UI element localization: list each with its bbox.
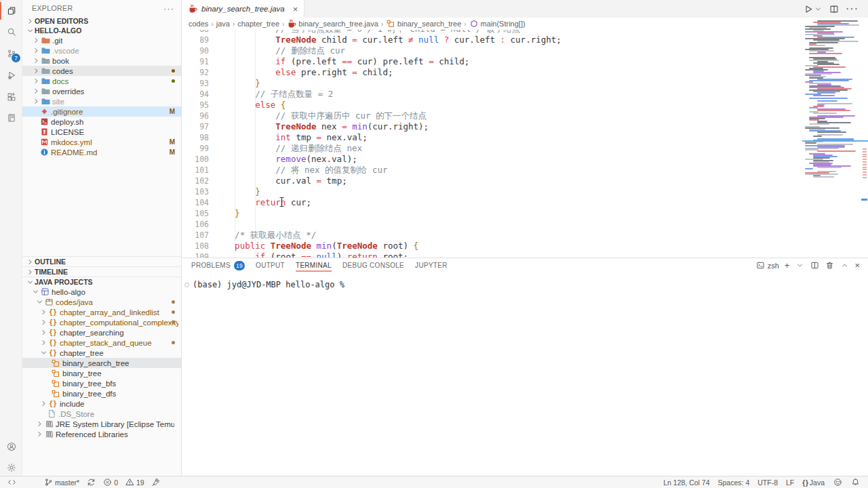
tree-item-codes[interactable]: codes xyxy=(22,66,181,76)
minimap-line xyxy=(809,53,842,54)
tab-binary-search-tree[interactable]: binary_search_tree.java × xyxy=(182,0,304,18)
activity-account-button[interactable] xyxy=(0,436,22,457)
terminal-dropdown-button[interactable] xyxy=(795,261,804,270)
tree-item-book[interactable]: book xyxy=(22,56,181,66)
class-icon xyxy=(386,19,395,28)
java-tree-item-chapter-array-and-linkedlist[interactable]: {}chapter_array_and_linkedlist xyxy=(22,307,181,317)
status-eol[interactable]: LF xyxy=(786,479,794,487)
java-tree-item-hello-algo[interactable]: hello-algo xyxy=(22,287,181,297)
activity-explorer-button[interactable] xyxy=(0,1,22,21)
new-terminal-button[interactable]: + xyxy=(785,260,790,270)
status-sync[interactable] xyxy=(86,478,96,487)
terminal-command-decoration-icon[interactable] xyxy=(184,283,189,287)
java-tree-item-codes-java[interactable]: codes/java xyxy=(22,297,181,307)
sidebar-more-actions-button[interactable]: ··· xyxy=(163,3,174,14)
activity-extensions-button[interactable] xyxy=(0,87,22,107)
shell-selector[interactable]: zsh xyxy=(756,261,779,270)
tab-close-icon[interactable]: × xyxy=(293,4,298,14)
breadcrumb-item-binary-search-tree[interactable]: binary_search_tree xyxy=(386,19,461,28)
minimap-line xyxy=(809,123,829,125)
java-tree-item-binary-tree[interactable]: binary_tree xyxy=(22,368,181,378)
class-icon xyxy=(51,359,60,368)
panel-tab-problems[interactable]: PROBLEMS19 xyxy=(191,258,245,272)
section-outline[interactable]: OUTLINE xyxy=(22,256,181,266)
panel-tab-jupyter[interactable]: JUPYTER xyxy=(415,258,448,272)
activity-source-control-button[interactable]: 7 xyxy=(0,43,22,64)
close-panel-button[interactable]: × xyxy=(854,260,860,270)
java-tree-item-include[interactable]: {}include xyxy=(22,399,181,409)
java-tree-item-chapter-searching[interactable]: {}chapter_searching xyxy=(22,327,181,338)
status-warnings[interactable]: 19 xyxy=(125,478,144,487)
ruler-warning-mark xyxy=(863,177,867,178)
maximize-panel-button[interactable] xyxy=(840,261,849,270)
status-notifications[interactable] xyxy=(850,478,860,487)
tree-item-overrides[interactable]: overrides xyxy=(22,86,181,96)
status-cursor-position[interactable]: Ln 128, Col 74 xyxy=(663,479,709,487)
activity-search-button[interactable] xyxy=(0,22,22,42)
ruler-warning-mark xyxy=(863,159,867,160)
breadcrumb-item-binary-search-tree-java[interactable]: binary_search_tree.java xyxy=(287,19,378,28)
tree-item-license[interactable]: LICENSE xyxy=(22,127,181,137)
activity-run-debug-button[interactable] xyxy=(0,65,22,85)
java-tree-item-binary-search-tree[interactable]: binary_search_tree xyxy=(22,358,181,368)
java-tree-item-chapter-stack-and-queue[interactable]: {}chapter_stack_and_queue xyxy=(22,338,181,348)
tree-item-gitignore[interactable]: .gitignoreM xyxy=(22,106,181,117)
panel-tab-terminal[interactable]: TERMINAL xyxy=(296,258,332,272)
java-tree-item-jre-system-library-eclipse-temurin-17-17[interactable]: JRE System Library [Eclipse Temurin 17 [… xyxy=(22,419,181,429)
code-editor[interactable]: 88 // 当子结点数量 = 0 / 1 时， child = null / 该… xyxy=(182,30,804,258)
tree-item-label: .vscode xyxy=(52,47,79,55)
panel-tab-debug-console[interactable]: DEBUG CONSOLE xyxy=(342,258,404,272)
breadcrumb-label: binary_search_tree xyxy=(397,20,461,28)
tree-item-site[interactable]: site xyxy=(22,96,181,106)
notebook-icon xyxy=(7,113,16,123)
breadcrumb-label: chapter_tree xyxy=(237,20,279,28)
tree-item-docs[interactable]: docs xyxy=(22,76,181,86)
java-tree-item-chapter-computational-complexity[interactable]: {}chapter_computational_complexity xyxy=(22,317,181,327)
status-remote-indicator[interactable] xyxy=(7,478,16,487)
status-language-mode[interactable]: { }Java xyxy=(802,479,825,487)
split-terminal-button[interactable] xyxy=(810,261,819,270)
activity-notebook-button[interactable] xyxy=(0,108,22,128)
status-feedback[interactable] xyxy=(833,478,842,487)
panel-tab-label: PROBLEMS xyxy=(191,262,231,269)
java-tree-item-label: chapter_array_and_linkedlist xyxy=(60,308,159,317)
problems-count-badge: 19 xyxy=(234,261,245,270)
split-editor-button[interactable] xyxy=(829,4,839,14)
tree-item-vscode[interactable]: .vscode xyxy=(22,45,181,56)
java-tree-item-ds-store[interactable]: .DS_Store xyxy=(22,409,181,419)
minimap-line xyxy=(813,95,835,96)
status-indentation[interactable]: Spaces: 4 xyxy=(718,479,750,487)
breadcrumb-separator-icon: › xyxy=(381,20,383,28)
tree-item-readme-md[interactable]: README.mdM xyxy=(22,147,181,157)
status-launch[interactable] xyxy=(151,478,161,487)
section-java-projects[interactable]: JAVA PROJECTS xyxy=(22,277,181,287)
editor-more-actions-button[interactable]: ··· xyxy=(846,3,859,15)
section-timeline[interactable]: TIMELINE xyxy=(22,266,181,277)
section-open-editors[interactable]: OPEN EDITORS xyxy=(22,16,181,26)
java-tree-item-binary-tree-dfs[interactable]: binary_tree_dfs xyxy=(22,388,181,399)
status-git-branch[interactable]: master* xyxy=(43,478,79,487)
breadcrumb-item-codes[interactable]: codes xyxy=(189,20,208,28)
java-tree-item-binary-tree-bfs[interactable]: binary_tree_bfs xyxy=(22,378,181,388)
java-tree-item-referenced-libraries[interactable]: Referenced Libraries xyxy=(22,429,181,439)
java-file-icon xyxy=(188,4,197,14)
overview-ruler[interactable] xyxy=(861,0,868,258)
minimap[interactable] xyxy=(804,20,861,251)
line-number: 100 xyxy=(182,154,209,165)
modified-dot-badge xyxy=(172,300,175,304)
status-encoding[interactable]: UTF-8 xyxy=(757,479,778,487)
breadcrumb-item-chapter-tree[interactable]: chapter_tree xyxy=(237,20,279,28)
panel-tab-output[interactable]: OUTPUT xyxy=(256,258,285,272)
breadcrumb-item-main-string[interactable]: main(String[]) xyxy=(469,19,526,28)
run-button[interactable] xyxy=(804,4,823,14)
tree-item-git[interactable]: .git xyxy=(22,35,181,45)
java-tree-item-chapter-tree[interactable]: {}chapter_tree xyxy=(22,348,181,358)
tree-item-deploy-sh[interactable]: deploy.sh xyxy=(22,117,181,127)
activity-settings-button[interactable] xyxy=(0,458,22,478)
section-hello-algo[interactable]: HELLO-ALGO xyxy=(22,26,181,35)
tree-item-mkdocs-yml[interactable]: mkdocs.ymlM xyxy=(22,137,181,147)
kill-terminal-button[interactable] xyxy=(825,261,834,270)
chevron-right-icon xyxy=(39,308,48,317)
status-errors[interactable]: 0 xyxy=(102,478,118,487)
breadcrumb-item-java[interactable]: java xyxy=(216,20,230,28)
